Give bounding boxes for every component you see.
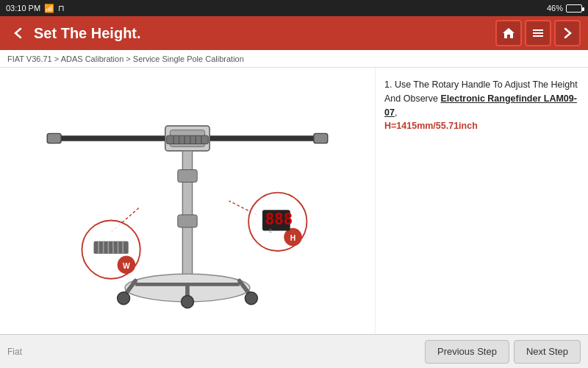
battery-icon (566, 4, 582, 13)
battery-percent: 46% (547, 4, 563, 13)
svg-rect-6 (314, 133, 328, 143)
main-content: W H 888 E 1. Use The Rotary Handle To Ad… (0, 68, 588, 334)
svg-rect-2 (533, 32, 543, 34)
back-button[interactable] (7, 22, 29, 44)
svg-rect-3 (533, 35, 543, 37)
svg-point-18 (182, 295, 194, 308)
status-bar: 03:10 PM 📶 ⊓ 46% (0, 0, 588, 16)
height-text: H=1415mm/55.71inch (384, 121, 478, 131)
svg-rect-1 (533, 29, 543, 31)
status-left: 03:10 PM 📶 ⊓ (6, 4, 65, 13)
breadcrumb: FIAT V36.71 > ADAS Calibration > Service… (0, 50, 588, 68)
footer: Fiat Previous Step Next Step (0, 334, 588, 368)
svg-text:888: 888 (265, 210, 293, 228)
svg-text:W: W (123, 262, 130, 270)
header-toolbar (495, 20, 581, 46)
next-step-button[interactable]: Next Step (514, 340, 581, 364)
home-button[interactable] (495, 20, 522, 46)
navigation-buttons: Previous Step Next Step (425, 340, 581, 364)
svg-rect-5 (47, 133, 61, 143)
forward-button[interactable] (554, 20, 581, 46)
svg-text:H: H (290, 234, 295, 242)
svg-text:E: E (269, 228, 273, 233)
signal-icon: ⊓ (58, 4, 65, 13)
svg-point-17 (245, 292, 257, 305)
diagram-area: W H 888 E (0, 68, 375, 334)
svg-point-16 (118, 292, 130, 305)
status-right: 46% (547, 4, 582, 13)
svg-rect-11 (178, 215, 197, 227)
comma-text: , (395, 107, 397, 118)
svg-rect-10 (178, 170, 197, 183)
page-title: Set The Height. (34, 25, 495, 42)
time-display: 03:10 PM (6, 4, 40, 13)
menu-button[interactable] (525, 20, 551, 46)
info-panel: 1. Use The Rotary Handle To Adjust The H… (375, 68, 588, 334)
calibration-diagram: W H 888 E (11, 76, 364, 326)
breadcrumb-text: FIAT V36.71 > ADAS Calibration > Service… (7, 54, 244, 63)
svg-rect-20 (167, 135, 209, 144)
previous-step-button[interactable]: Previous Step (425, 340, 509, 364)
brand-label: Fiat (7, 347, 22, 357)
svg-marker-0 (503, 28, 514, 38)
header: Set The Height. (0, 16, 588, 50)
wifi-icon: 📶 (44, 4, 54, 13)
